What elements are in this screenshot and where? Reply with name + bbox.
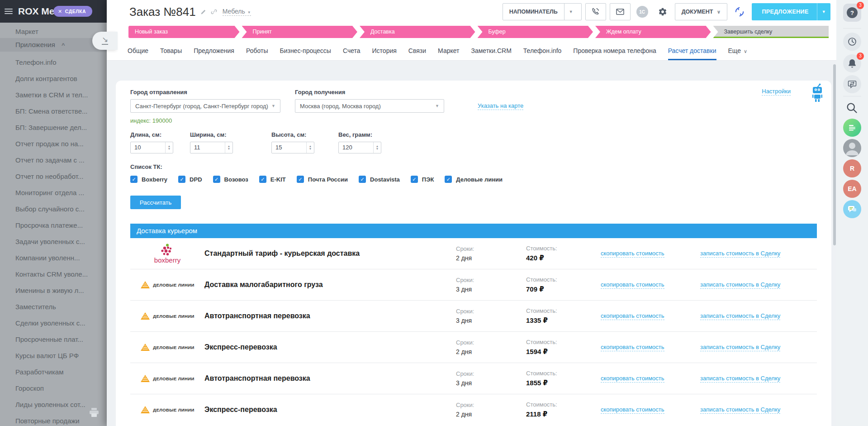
sidebar-item[interactable]: Отчет по необработ... (0, 168, 107, 185)
carrier-checkbox[interactable]: ✓ E-KIT (259, 176, 286, 183)
city-to-select[interactable]: Москва (город, Москва город) ▼ (295, 99, 444, 113)
checkbox-checked-icon[interactable]: ✓ (411, 176, 418, 183)
carrier-checkbox[interactable]: ✓ DPD (178, 176, 202, 183)
tab[interactable]: Роботы (246, 42, 268, 60)
sidebar-item[interactable]: БП: Завершение дел... (0, 120, 107, 136)
sidebar-item[interactable]: БП: Смена ответстве... (0, 103, 107, 120)
tab[interactable]: Счета (343, 42, 360, 60)
sidebar-item[interactable]: Просрочка платеже... (0, 217, 107, 234)
sync-icon[interactable] (731, 4, 748, 20)
sidebar-item[interactable]: Долги контрагентов (0, 71, 107, 87)
save-cost-link[interactable]: записать стоимость в Сделку (700, 406, 780, 414)
1c-integration-icon[interactable]: 1С (634, 4, 650, 20)
carrier-checkbox[interactable]: ✓ Возовоз (213, 176, 248, 183)
tab[interactable]: Заметки.CRM (471, 42, 511, 60)
edit-icon[interactable] (200, 9, 206, 15)
map-link[interactable]: Указать на карте (478, 102, 523, 110)
carrier-checkbox[interactable]: ✓ Dostavista (359, 176, 400, 183)
settings-gear-icon[interactable] (654, 4, 671, 20)
sidebar-item[interactable]: Сделки уволенных с... (0, 315, 107, 331)
pipeline-stage[interactable]: Завершить сделку (713, 26, 829, 38)
sidebar-item[interactable]: Задачи уволенных с... (0, 234, 107, 250)
pipeline-stage[interactable]: Новый заказ (128, 26, 240, 38)
save-cost-link[interactable]: записать стоимость в Сделку (700, 344, 780, 351)
dimension-input[interactable]: 11 ▲▼ (190, 142, 233, 153)
sidebar-item[interactable]: Отчет по задачам с ... (0, 152, 107, 168)
sidebar-item-market[interactable]: Маркет (0, 25, 107, 38)
checkbox-checked-icon[interactable]: ✓ (359, 176, 366, 183)
carrier-checkbox[interactable]: ✓ ПЭК (411, 176, 434, 183)
printer-icon[interactable] (89, 407, 100, 419)
copy-cost-link[interactable]: скопировать стоимость (601, 406, 664, 414)
mail-button[interactable] (610, 3, 631, 20)
tab[interactable]: Товары (160, 42, 182, 60)
calculate-button[interactable]: Рассчитать (130, 196, 181, 209)
carrier-checkbox[interactable]: ✓ Деловые линии (445, 176, 503, 183)
tab[interactable]: Общие (128, 42, 148, 60)
avatar-ea[interactable]: EA (843, 180, 861, 198)
tab[interactable]: История (372, 42, 397, 60)
user-avatar[interactable] (843, 139, 861, 159)
city-from-select[interactable]: Санкт-Петербург (город, Санкт-Петербург … (130, 99, 280, 113)
search-button[interactable] (845, 101, 858, 116)
stepper-arrows[interactable]: ▲▼ (225, 142, 232, 153)
slider-collapse-button[interactable]: ↘ (92, 32, 118, 50)
sidebar-item[interactable]: Мониторинг отдела ... (0, 185, 107, 201)
document-button[interactable]: ДОКУМЕНТ ∨ (675, 3, 728, 20)
close-icon[interactable]: ✕ (58, 9, 62, 14)
sidebar-item[interactable]: Курсы валют ЦБ РФ (0, 348, 107, 364)
reminder-button[interactable]: НАПОМИНАТЕЛЬ ▼ (503, 3, 582, 20)
scrollbar-thumb[interactable] (833, 64, 836, 245)
stepper-arrows[interactable]: ▲▼ (306, 142, 314, 153)
sidebar-item[interactable]: Заместитель (0, 299, 107, 315)
save-cost-link[interactable]: записать стоимость в Сделку (700, 375, 780, 383)
sidebar-item[interactable]: Разработчикам (0, 364, 107, 380)
chevron-down-icon[interactable]: ▼ (564, 10, 575, 14)
tab[interactable]: Расчет доставки (668, 42, 716, 60)
sidebar-item[interactable]: Просроченные плат... (0, 331, 107, 348)
scrollbar[interactable] (833, 64, 836, 426)
checkbox-checked-icon[interactable]: ✓ (130, 176, 138, 183)
call-button[interactable] (585, 3, 606, 20)
checkbox-checked-icon[interactable]: ✓ (259, 176, 266, 183)
copy-cost-link[interactable]: скопировать стоимость (601, 312, 664, 320)
avatar-r[interactable]: R (843, 159, 861, 177)
checkbox-checked-icon[interactable]: ✓ (178, 176, 185, 183)
menu-icon[interactable] (5, 9, 13, 14)
checkbox-checked-icon[interactable]: ✓ (213, 176, 220, 183)
dimension-input[interactable]: 15 ▲▼ (271, 142, 314, 153)
stepper-arrows[interactable]: ▲▼ (165, 142, 173, 153)
save-cost-link[interactable]: записать стоимость в Сделку (700, 312, 780, 320)
deal-slider-badge[interactable]: ✕ СДЕЛКА (53, 6, 92, 17)
sidebar-item[interactable]: Гороскоп (0, 380, 107, 397)
checkbox-checked-icon[interactable]: ✓ (445, 176, 452, 183)
copy-cost-link[interactable]: скопировать стоимость (601, 250, 664, 258)
sidebar-item[interactable]: Выбор случайного с... (0, 201, 107, 217)
chevron-down-icon[interactable]: ▼ (817, 10, 830, 14)
copy-cost-link[interactable]: скопировать стоимость (601, 344, 664, 351)
proposal-button[interactable]: ПРЕДЛОЖЕНИЕ ▼ (752, 3, 830, 20)
dimension-input[interactable]: 10 ▲▼ (130, 142, 173, 153)
pipeline-stage[interactable]: Буфер (478, 26, 593, 38)
save-cost-link[interactable]: записать стоимость в Сделку (700, 250, 780, 258)
sidebar-item[interactable]: Компании уволенн... (0, 250, 107, 266)
tab[interactable]: Телефон.info (523, 42, 562, 60)
messenger-button[interactable] (843, 75, 861, 93)
tab[interactable]: Проверка номера телефона (573, 42, 656, 60)
copy-cost-link[interactable]: скопировать стоимость (601, 281, 664, 289)
help-button[interactable]: ? 3 (843, 4, 861, 22)
pipeline-stage[interactable]: Ждем оплату (595, 26, 711, 38)
sidebar-item[interactable]: Отчет продаж по на... (0, 136, 107, 152)
sidebar-item[interactable]: Телефон.info (0, 54, 107, 71)
dimension-input[interactable]: 120 ▲▼ (338, 142, 381, 153)
category-dropdown[interactable]: Мебель▼ (223, 8, 251, 16)
news-feed-button[interactable] (843, 119, 861, 137)
settings-link[interactable]: Настройки (762, 88, 791, 96)
tab[interactable]: Связи (408, 42, 426, 60)
sidebar-item[interactable]: Заметки в CRM и тел... (0, 87, 107, 103)
chat-button[interactable] (843, 200, 861, 218)
tab-more[interactable]: Еще∨ (728, 42, 748, 60)
time-management-button[interactable] (843, 33, 861, 51)
copy-cost-link[interactable]: скопировать стоимость (601, 375, 664, 383)
carrier-checkbox[interactable]: ✓ Почта России (297, 176, 348, 183)
